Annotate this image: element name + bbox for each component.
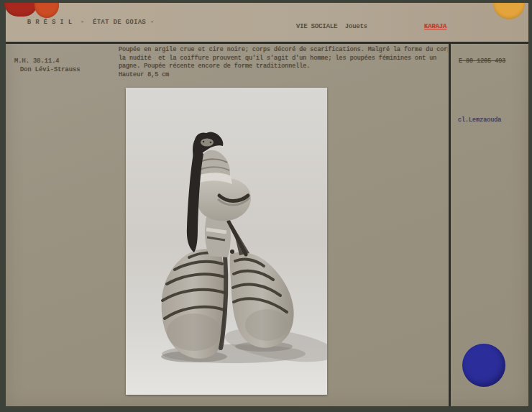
- caption-block: Poupée en argile crue et cire noire; cor…: [119, 46, 448, 83]
- artifact-photo: [126, 88, 327, 395]
- inventory-number: M.H. 38.11.4: [14, 58, 60, 65]
- donor-line: Don Lévi-Strauss: [20, 66, 80, 73]
- catalog-card: B R É S I L - ÉTAT DE GOIAS - VIE SOCIAL…: [6, 3, 528, 406]
- caption-line: Poupée en argile crue et cire noire; cor…: [119, 46, 448, 55]
- ethnic-group-label: KARAJA: [424, 23, 446, 30]
- archive-card-scan: B R É S I L - ÉTAT DE GOIAS - VIE SOCIAL…: [0, 0, 532, 412]
- doll-illustration: [126, 88, 327, 395]
- photo-credit: cl.Lemzaouda: [458, 116, 501, 124]
- card-title: B R É S I L - ÉTAT DE GOIAS -: [27, 19, 155, 26]
- sticker-blue-dot: [462, 344, 505, 387]
- negative-number: E-80-1205-493: [459, 58, 505, 65]
- column-divider: [449, 42, 451, 406]
- caption-line: Hauteur 8,5 cm: [119, 71, 448, 80]
- caption-line: la nudité et la coiffure prouvent qu'il …: [119, 55, 448, 63]
- card-section: VIE SOCIALE Jouets: [296, 23, 367, 30]
- caption-line: pagne. Poupée récente encore de forme tr…: [119, 63, 448, 71]
